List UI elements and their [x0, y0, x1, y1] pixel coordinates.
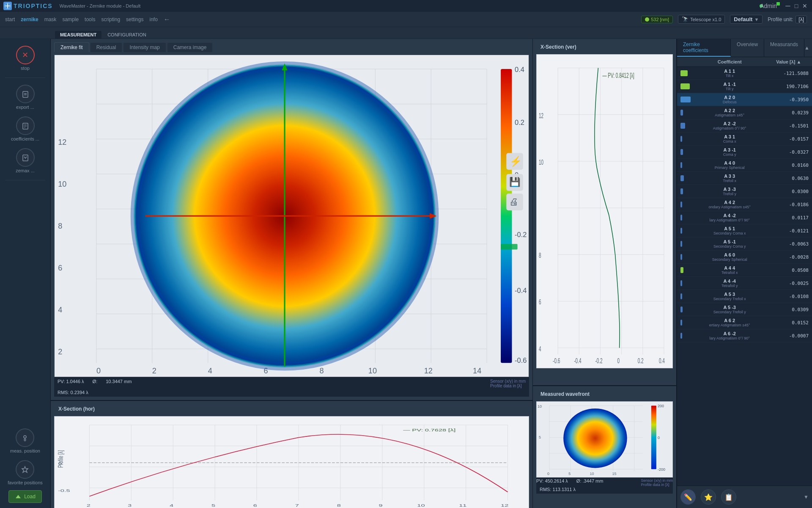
table-row[interactable]: A 4 -4 Tetrafoil y -0.0025 [677, 277, 812, 290]
restore-button[interactable]: □ [793, 2, 800, 10]
svg-text:7: 7 [295, 503, 299, 508]
xsection-ver-plot: 4 6 8 10 12 -0.6 -0.4 -0.2 0 0.2 [536, 54, 673, 368]
export-icon [16, 85, 35, 103]
table-row[interactable]: A 3 3 Trefoil x 0.0630 [677, 172, 812, 185]
svg-text:12: 12 [58, 138, 66, 146]
table-row[interactable]: A 4 2 ondary Astigmatism ±45° -0.0186 [677, 198, 812, 211]
svg-rect-1 [23, 91, 28, 97]
company-name: TRIOPTICS [14, 3, 53, 9]
coeff-bar-cell [677, 133, 694, 146]
coeff-value-cell: -0.0007 [765, 329, 812, 342]
logo-icon [3, 2, 12, 10]
nav-settings[interactable]: settings [126, 17, 143, 22]
coeff-name-cell: A 6 -2 lary Astigmatism 0°/ 90° [694, 329, 765, 342]
tab-camera-image[interactable]: Camera image [167, 42, 213, 52]
load-button[interactable]: Load [8, 490, 42, 503]
coeff-scroll-down[interactable]: ▼ [804, 494, 809, 500]
table-row[interactable]: A 4 0 Primary Spherical 0.0160 [677, 159, 812, 172]
rms-value: 0.2394 λ [71, 390, 88, 395]
zernike-fit-svg: 0 2 4 6 8 10 12 14 2 4 [55, 55, 529, 377]
svg-text:15: 15 [612, 472, 617, 476]
tab-measurement[interactable]: MEASUREMENT [55, 31, 102, 39]
pv-value: 1.0446 λ [66, 379, 84, 384]
svg-text:🖨: 🖨 [509, 197, 518, 207]
coefficients-button[interactable]: coefficients ... [8, 115, 43, 143]
coeff-name-cell: A 3 3 Trefoil x [694, 172, 765, 185]
export-button[interactable]: export ... [13, 83, 38, 111]
nav-mask[interactable]: mask [44, 17, 57, 22]
table-row[interactable]: A 3 -3 Trefoil y 0.0300 [677, 185, 812, 198]
minimize-button[interactable]: ─ [784, 2, 792, 10]
tab-measurands[interactable]: Measurands [764, 39, 804, 57]
axis-info: Sensor (x/y) in mmProfile data in [λ] [490, 379, 526, 388]
tab-residual[interactable]: Residual [90, 42, 123, 52]
app-logo: TRIOPTICS [3, 2, 53, 10]
stop-button[interactable]: ✕ stop [13, 44, 38, 72]
tab-zernike-fit[interactable]: Zernike fit [54, 42, 89, 52]
coeff-bar-cell [677, 93, 694, 106]
table-row[interactable]: A 2 -2 Astigmatism 0°/ 90° -0.1501 [677, 119, 812, 133]
table-row[interactable]: A 4 -2 lary Astigmatism 0°/ 90° 0.0117 [677, 211, 812, 224]
table-row[interactable]: A 1 -1 Tilt y 190.7106 [677, 80, 812, 93]
default-dropdown[interactable]: Default ▼ [730, 15, 763, 24]
coeff-scroll-up[interactable]: ▲ [804, 45, 809, 51]
table-row[interactable]: A 5 -1 Secondary Coma y -0.0063 [677, 237, 812, 251]
svg-text:-200: -200 [658, 467, 665, 472]
table-row[interactable]: A 5 3 Secondary Trefoil x -0.0108 [677, 290, 812, 303]
table-row[interactable]: A 5 -3 Secondary Trefoil y 0.0309 [677, 303, 812, 316]
svg-text:10: 10 [539, 158, 543, 166]
left-plots: Zernike fit Residual Intensity map Camer… [51, 39, 533, 508]
svg-text:💾: 💾 [509, 177, 521, 188]
col-value-header[interactable]: Value [λ] ▲ [765, 57, 812, 67]
coeff-name-cell: A 4 4 Tetrafoil x [694, 264, 765, 277]
zemax-button[interactable]: zemax ... [12, 146, 38, 175]
coeff-name-cell: A 3 -1 Coma y [694, 146, 765, 159]
coeff-name-cell: A 3 1 Coma x [694, 133, 765, 146]
meas-position-button[interactable]: meas. position [7, 427, 44, 455]
measurement-tabs: MEASUREMENT CONFIGURATION [0, 27, 812, 39]
table-row[interactable]: A 4 4 Tetrafoil x 0.0508 [677, 264, 812, 277]
back-button[interactable]: ← [164, 16, 170, 23]
coeff-name-cell: A 2 0 Defocus [694, 93, 765, 106]
table-row[interactable]: A 6 -2 lary Astigmatism 0°/ 90° -0.0007 [677, 329, 812, 342]
tab-overview[interactable]: Overview [731, 39, 764, 57]
table-row[interactable]: A 1 1 Tilt x -121.5088 [677, 67, 812, 80]
table-row[interactable]: A 3 1 Coma x -0.0157 [677, 133, 812, 146]
svg-text:0.2: 0.2 [638, 357, 644, 365]
nav-sample[interactable]: sample [62, 17, 79, 22]
coeff-value-cell: -0.0157 [765, 133, 812, 146]
profile-unit-value: [λ] [796, 16, 807, 23]
toolbar-right: 532 [nm] 🔭 Telescope x1.0 Default ▼ Prof… [641, 15, 807, 24]
svg-text:8: 8 [58, 222, 62, 230]
svg-text:0.4: 0.4 [515, 66, 524, 73]
coeff-bar-cell [677, 251, 694, 264]
pencil-button[interactable]: ✏️ [680, 489, 696, 505]
coeff-bar-cell [677, 80, 694, 93]
nav-info[interactable]: info [149, 17, 157, 22]
table-row[interactable]: A 5 1 Secondary Coma x -0.0121 [677, 224, 812, 237]
nav-tools[interactable]: tools [85, 17, 95, 22]
coeff-bar-cell [677, 106, 694, 119]
table-row[interactable]: A 6 0 Secondary Spherical -0.0028 [677, 251, 812, 264]
table-row[interactable]: A 2 0 Defocus -0.3950 [677, 93, 812, 106]
nav-start[interactable]: start [5, 17, 15, 22]
export-label: export ... [16, 105, 34, 110]
svg-rect-144 [651, 406, 656, 469]
coeff-value-cell: -0.0108 [765, 290, 812, 303]
nav-zernike[interactable]: zernike [21, 17, 38, 22]
xsection-ver-panel: X-Section (ver) [533, 39, 676, 385]
layers-button[interactable]: 📋 [721, 489, 736, 505]
wavefront-plot: 0 5 10 15 10 5 [536, 401, 673, 478]
sidebar: ✕ stop export ... [0, 39, 51, 508]
table-row[interactable]: A 2 2 Astigmatism ±45° 0.0239 [677, 106, 812, 119]
table-row[interactable]: A 6 2 ertiary Astigmatism ±45° 0.0152 [677, 316, 812, 329]
tab-intensity-map[interactable]: Intensity map [123, 42, 166, 52]
svg-text:5: 5 [539, 435, 541, 439]
star-button[interactable]: ⭐ [701, 489, 716, 505]
table-row[interactable]: A 3 -1 Coma y -0.0327 [677, 146, 812, 159]
tab-configuration[interactable]: CONFIGURATION [102, 31, 151, 39]
tab-zernike-coefficients[interactable]: Zernike coefficients [677, 39, 731, 57]
nav-scripting[interactable]: scripting [101, 17, 120, 22]
close-button[interactable]: ✕ [801, 2, 809, 10]
favorite-button[interactable]: favorite positions [4, 458, 46, 487]
